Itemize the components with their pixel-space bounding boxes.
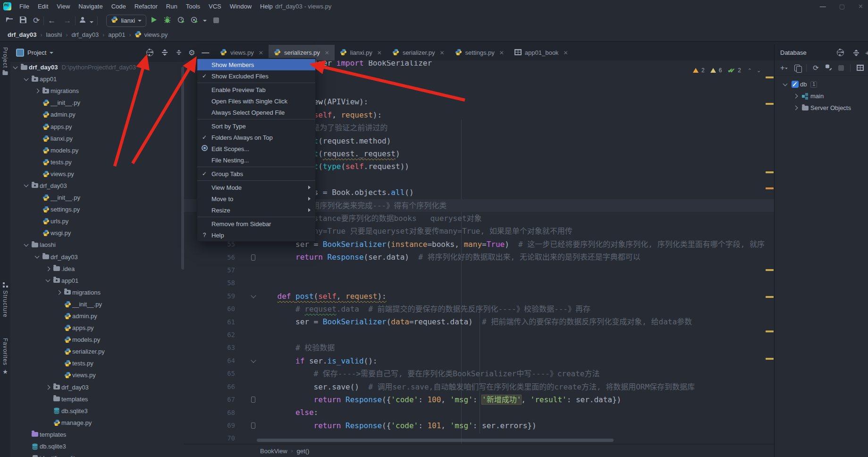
menu-item-edit-scopes[interactable]: Edit Scopes... [197, 143, 315, 154]
code-line-62[interactable]: 62 [184, 329, 774, 341]
chevron-right-icon[interactable] [793, 94, 798, 99]
error-stripe-mark[interactable] [766, 76, 774, 78]
tree-item-urls.py[interactable]: urls.py [10, 215, 184, 227]
menu-tools[interactable]: Tools [182, 0, 204, 13]
chevron-down-icon[interactable] [24, 183, 29, 187]
tree-item-db.sqlite3[interactable]: db.sqlite3 [10, 440, 184, 452]
error-stripe-mark[interactable] [766, 358, 774, 360]
tree-item-settings.py[interactable]: settings.py [10, 203, 184, 215]
tree-item-__init__.py[interactable]: __init__.py [10, 192, 184, 203]
tree-item-tests.py[interactable]: tests.py [10, 156, 184, 168]
db-collapse-icon[interactable] [853, 50, 859, 56]
menu-help[interactable]: Help [256, 0, 277, 13]
code-line-60[interactable]: 60 # requset.data # 前端提交的要保存的数据先反序列化----… [184, 303, 774, 315]
tree-item-tests.py[interactable]: tests.py [10, 357, 184, 369]
chevron-down-icon[interactable] [35, 254, 40, 259]
menu-item-resize[interactable]: Resize [197, 204, 315, 216]
tree-item-wsgi.py[interactable]: wsgi.py [10, 227, 184, 239]
next-problem-icon[interactable]: ⌄ [757, 68, 761, 74]
editor-tab-app01_book[interactable]: app01_book✕ [509, 45, 573, 60]
tree-item-models.py[interactable]: models.py [10, 144, 184, 156]
code-line-59[interactable]: 59 def post(self, request): [184, 290, 774, 303]
tree-item-admin.py[interactable]: admin.py [10, 310, 184, 322]
tree-item-drf_day03[interactable]: drf_day03 [10, 180, 184, 192]
tree-item-migrations[interactable]: migrations [10, 287, 184, 298]
breadcrumb-method[interactable]: get() [297, 448, 310, 455]
fold-marker-icon[interactable] [251, 254, 255, 261]
tree-item-manage.py[interactable]: manage.py [10, 417, 184, 429]
menu-item-show-excluded-files[interactable]: ✓Show Excluded Files [197, 70, 315, 82]
menu-view[interactable]: View [52, 0, 74, 13]
run-icon[interactable] [151, 17, 157, 25]
tree-item-drf_day03[interactable]: drf_day03 [10, 251, 184, 263]
tree-item-templates[interactable]: templates [10, 393, 184, 405]
close-icon[interactable]: ✕ [325, 50, 329, 56]
tree-item-__init__.py[interactable]: __init__.py [10, 97, 184, 109]
back-icon[interactable]: ← [48, 16, 56, 25]
save-icon[interactable] [20, 17, 26, 25]
menu-item-group-tabs[interactable]: ✓Group Tabs [197, 168, 315, 179]
error-stripe-mark[interactable] [766, 296, 774, 298]
code-line-69[interactable]: 69 return Response({'code': 101, 'msg': … [184, 419, 774, 432]
editor-tab-lianxi.py[interactable]: lianxi.py✕ [335, 45, 387, 60]
db-table-icon[interactable] [857, 65, 864, 71]
tree-item-app01[interactable]: app01 [10, 73, 184, 85]
db-tree-item-server-objects[interactable]: Server Objects [775, 102, 868, 114]
error-stripe-mark[interactable] [766, 187, 774, 189]
collapse-all-icon[interactable] [177, 50, 181, 55]
menu-navigate[interactable]: Navigate [74, 0, 107, 13]
tree-item-migrations[interactable]: migrations [10, 85, 184, 97]
chevron-right-icon[interactable] [35, 89, 40, 93]
tree-item-serializer.py[interactable]: serializer.py [10, 346, 184, 357]
tree-item-views.py[interactable]: views.py [10, 369, 184, 381]
run-options-chevron-icon[interactable] [203, 20, 207, 22]
db-locate-icon[interactable] [837, 49, 844, 56]
fold-marker-icon[interactable] [251, 397, 255, 403]
debug-icon[interactable] [164, 17, 171, 25]
tree-item-.idea[interactable]: .idea [10, 263, 184, 275]
project-panel-title[interactable]: Project [27, 49, 46, 56]
menu-item-show-members[interactable]: Show Members [197, 59, 315, 70]
menu-item-file-nesting[interactable]: File Nesting... [197, 154, 315, 166]
menu-item-remove-from-sidebar[interactable]: Remove from Sidebar [197, 218, 315, 229]
breadcrumb-item[interactable]: app01 [108, 31, 125, 38]
tool-stripe-favorites[interactable]: Favorites ★ [0, 338, 10, 375]
tree-item-app01[interactable]: app01 [10, 275, 184, 287]
tree-item-laoshi[interactable]: laoshi [10, 239, 184, 251]
chevron-down-icon[interactable] [13, 64, 18, 69]
menu-item-enable-preview-tab[interactable]: Enable Preview Tab [197, 84, 315, 95]
code-line-57[interactable]: 57 [184, 264, 774, 277]
close-icon[interactable]: ✕ [377, 50, 382, 56]
chevron-right-icon[interactable] [46, 385, 51, 389]
menu-window[interactable]: Window [226, 0, 256, 13]
expand-all-icon[interactable] [162, 49, 168, 56]
tree-item-models.py[interactable]: models.py [10, 334, 184, 346]
menu-item-move-to[interactable]: Move to [197, 193, 315, 204]
menu-vcs[interactable]: VCS [204, 0, 226, 13]
database-panel-title[interactable]: Database [780, 49, 807, 56]
chevron-down-icon[interactable] [24, 76, 29, 81]
code-line-65[interactable]: 65 # 保存---->需要自己写, 要在序列化类BookSerializer中… [184, 367, 774, 380]
error-stripe-mark[interactable] [766, 269, 774, 271]
breadcrumb-class[interactable]: BookView [260, 448, 287, 455]
db-stop-icon[interactable] [838, 65, 844, 71]
db-refresh-icon[interactable]: ⟳ [813, 64, 819, 72]
forward-icon[interactable]: → [63, 16, 71, 25]
tree-item-drf_day03[interactable]: drf_day03D:\pythonProject\drf_day03 [10, 62, 184, 73]
code-line-68[interactable]: 68 else: [184, 406, 774, 419]
tool-stripe-project[interactable]: Project [0, 47, 10, 76]
code-line-58[interactable]: 58 [184, 277, 774, 289]
locate-file-icon[interactable] [146, 49, 153, 56]
tree-item-identifier.sqlite[interactable]: identifier.sqlite [10, 452, 184, 457]
project-view-chevron-icon[interactable] [50, 52, 53, 54]
fold-marker-icon[interactable] [251, 357, 256, 363]
chevron-down-icon[interactable] [46, 278, 51, 282]
run-configuration-selector[interactable]: lianxi [106, 15, 146, 27]
editor-tab-serializer.py[interactable]: serializer.py✕ [387, 45, 450, 60]
chevron-right-icon[interactable] [57, 290, 61, 295]
menu-item-open-files-with-single-click[interactable]: Open Files with Single Click [197, 95, 315, 107]
sync-icon[interactable]: ⟳ [33, 16, 40, 25]
menu-edit[interactable]: Edit [34, 0, 52, 13]
tree-item-__init__.py[interactable]: __init__.py [10, 298, 184, 310]
close-icon[interactable]: ✕ [499, 50, 504, 56]
